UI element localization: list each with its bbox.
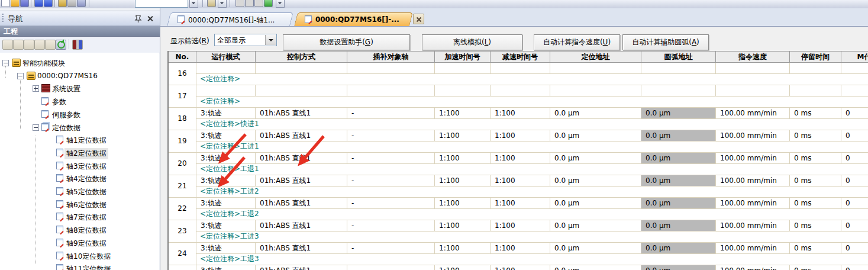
- cell-运行模式[interactable]: 3:轨迹: [196, 130, 256, 142]
- cell-停留时间[interactable]: 0 ms: [790, 265, 841, 270]
- refresh-icon[interactable]: [56, 40, 66, 50]
- tree-item-label[interactable]: 轴2定位数据: [64, 148, 108, 159]
- cell-加速时间号[interactable]: [435, 85, 491, 97]
- cell-指令速度[interactable]: 100.00 mm/min: [716, 265, 790, 270]
- open-icon[interactable]: [11, 0, 20, 7]
- cell-M代码[interactable]: 0: [841, 265, 868, 270]
- print-icon[interactable]: [58, 0, 67, 7]
- action-button-4[interactable]: 自动计算辅助圆弧(A): [622, 34, 709, 50]
- positioning-comment[interactable]: <定位注释>: [196, 97, 868, 107]
- cell-M代码[interactable]: [841, 63, 868, 74]
- tool-icon[interactable]: [67, 0, 76, 7]
- column-header-M代码[interactable]: M代码: [841, 52, 868, 62]
- tree-item-系统设置[interactable]: 系统设置: [0, 82, 159, 95]
- cell-圆弧地址[interactable]: 0.0 μm: [641, 198, 716, 209]
- cell-M代码[interactable]: 0: [841, 198, 868, 209]
- positioning-comment[interactable]: <定位注释>工退1: [196, 164, 868, 175]
- cell-定位地址[interactable]: 0.0 μm: [550, 175, 641, 187]
- tree-item-label[interactable]: 定位数据: [50, 123, 82, 134]
- tree-item-轴4定位数据[interactable]: 轴4定位数据: [0, 172, 159, 185]
- tree-item-label[interactable]: 伺服参数: [50, 110, 82, 121]
- tree-item-定位数据[interactable]: 定位数据: [0, 121, 159, 134]
- tree-item-label[interactable]: 轴6定位数据: [64, 200, 108, 211]
- row-number[interactable]: 20: [169, 153, 196, 175]
- cell-M代码[interactable]: 0: [841, 175, 868, 187]
- copy-icon[interactable]: [13, 40, 24, 50]
- cell-定位地址[interactable]: 0.0 μm: [550, 108, 641, 119]
- row-number[interactable]: 17: [169, 85, 196, 107]
- column-header-控制方式[interactable]: 控制方式: [256, 52, 347, 62]
- row-number[interactable]: 24: [169, 243, 196, 265]
- cell-停留时间[interactable]: 0 ms: [790, 130, 841, 142]
- close-tab-button[interactable]: [413, 14, 424, 24]
- cell-指令速度[interactable]: [716, 63, 790, 74]
- cell-运行模式[interactable]: [196, 85, 256, 97]
- row-number[interactable]: 19: [169, 130, 196, 152]
- cell-控制方式[interactable]: 01h:ABS 直线1: [256, 265, 347, 270]
- tree-item-参数[interactable]: 参数: [0, 95, 159, 108]
- tree-item-轴3定位数据[interactable]: 轴3定位数据: [0, 160, 159, 172]
- tree-item-轴6定位数据[interactable]: 轴6定位数据: [0, 198, 159, 211]
- cell-控制方式[interactable]: 01h:ABS 直线1: [256, 175, 347, 187]
- tree-item-label[interactable]: 智能功能模块: [21, 58, 67, 69]
- cell-减速时间号[interactable]: [491, 63, 550, 74]
- paste-icon[interactable]: [24, 40, 34, 50]
- column-header-停留时间[interactable]: 停留时间: [790, 52, 841, 62]
- tab-2-active[interactable]: 0000:QD77MS16[]-...: [294, 12, 413, 26]
- module-tool-icon[interactable]: [72, 40, 83, 50]
- tree-item-label[interactable]: 轴5定位数据: [64, 187, 108, 198]
- tree-item-轴8定位数据[interactable]: 轴8定位数据: [0, 224, 159, 236]
- positioning-comment[interactable]: <定位注释>工进1: [196, 142, 868, 152]
- cell-控制方式[interactable]: [256, 85, 347, 97]
- cell-控制方式[interactable]: 01h:ABS 直线1: [256, 198, 347, 209]
- row-number[interactable]: 23: [169, 220, 196, 242]
- cell-定位地址[interactable]: 0.0 μm: [550, 220, 641, 232]
- cell-指令速度[interactable]: 100.00 mm/min: [716, 130, 790, 142]
- cell-圆弧地址[interactable]: 0.0 μm: [641, 108, 716, 119]
- cell-停留时间[interactable]: 0 ms: [790, 243, 841, 254]
- cell-运行模式[interactable]: 3:轨迹: [196, 243, 256, 254]
- cell-加速时间号[interactable]: 1:100: [435, 130, 491, 142]
- cell-减速时间号[interactable]: 1:100: [491, 198, 550, 209]
- column-header-指令速度[interactable]: 指令速度: [716, 52, 790, 62]
- cell-减速时间号[interactable]: [491, 85, 550, 97]
- cell-运行模式[interactable]: 3:轨迹: [196, 265, 256, 270]
- tree-item-轴2定位数据[interactable]: 轴2定位数据: [0, 147, 159, 159]
- cell-M代码[interactable]: 0: [841, 130, 868, 142]
- cell-圆弧地址[interactable]: [641, 85, 716, 97]
- close-icon[interactable]: [146, 14, 154, 23]
- cell-定位地址[interactable]: [550, 85, 641, 97]
- monitor-icon[interactable]: [207, 0, 216, 7]
- row-number[interactable]: 18: [169, 108, 196, 130]
- positioning-comment[interactable]: <定位注释>工退3: [196, 254, 868, 265]
- column-header-插补对象轴[interactable]: 插补对象轴: [347, 52, 435, 62]
- cell-插补对象轴[interactable]: -: [347, 108, 435, 119]
- cell-圆弧地址[interactable]: 0.0 μm: [641, 220, 716, 232]
- cell-圆弧地址[interactable]: [641, 63, 716, 74]
- cell-加速时间号[interactable]: 1:100: [435, 198, 491, 209]
- cell-控制方式[interactable]: 01h:ABS 直线1: [256, 108, 347, 119]
- cell-加速时间号[interactable]: 1:100: [435, 265, 491, 270]
- cell-定位地址[interactable]: 0.0 μm: [550, 265, 641, 270]
- cell-加速时间号[interactable]: 1:100: [435, 108, 491, 119]
- cell-减速时间号[interactable]: 1:100: [491, 108, 550, 119]
- step-icon[interactable]: [254, 0, 263, 7]
- cell-停留时间[interactable]: 0 ms: [790, 175, 841, 187]
- tree-item-label[interactable]: 轴7定位数据: [64, 212, 108, 223]
- tree-item-label[interactable]: 轴9定位数据: [64, 238, 108, 249]
- dropdown-button[interactable]: [276, 0, 285, 8]
- cell-圆弧地址[interactable]: 0.0 μm: [641, 175, 716, 187]
- cell-插补对象轴[interactable]: [347, 63, 435, 74]
- column-header-定位地址[interactable]: 定位地址: [550, 52, 641, 62]
- display-filter-combobox[interactable]: 全部显示: [214, 34, 277, 46]
- expand-icon[interactable]: [33, 85, 39, 92]
- tree-item-轴10定位数据[interactable]: 轴10定位数据: [0, 250, 159, 262]
- cell-减速时间号[interactable]: 1:100: [491, 220, 550, 232]
- cell-指令速度[interactable]: 100.00 mm/min: [716, 243, 790, 254]
- cell-运行模式[interactable]: 3:轨迹: [196, 198, 256, 209]
- cell-圆弧地址[interactable]: 0.0 μm: [641, 130, 716, 142]
- tab-1[interactable]: 0000:QD77MS16[]-轴1...: [167, 12, 293, 26]
- new-folder-icon[interactable]: [2, 40, 13, 50]
- tree-item-label[interactable]: 轴8定位数据: [64, 225, 108, 236]
- tree-item-轴9定位数据[interactable]: 轴9定位数据: [0, 237, 159, 249]
